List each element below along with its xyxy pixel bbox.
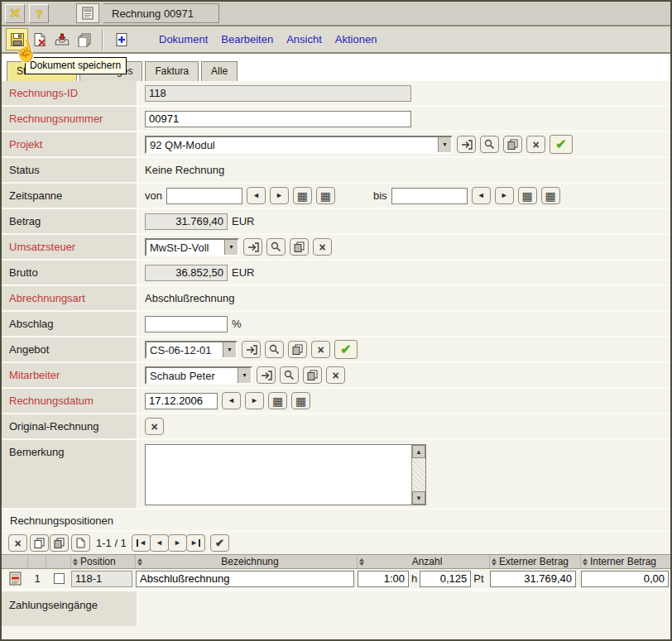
position-copy-button[interactable] — [30, 534, 49, 552]
status-value: Keine Rechnung — [145, 164, 224, 176]
angebot-copy-button[interactable] — [288, 341, 307, 358]
row-abrechnungsart: Abrechnungsart Abschlußrechnung — [2, 286, 670, 312]
nav-last-button[interactable]: ► — [186, 534, 205, 552]
header-bezeichnung[interactable]: Bezeichnung — [136, 555, 358, 568]
angebot-search-button[interactable] — [265, 341, 284, 358]
umsatzsteuer-select[interactable]: MwSt-D-Voll ▼ — [145, 238, 239, 256]
header-interner-betrag[interactable]: Interner Betrag — [581, 555, 672, 568]
chevron-down-icon[interactable]: ▼ — [238, 368, 251, 383]
nav-first-button[interactable]: ◄ — [132, 534, 151, 552]
angebot-confirm-button[interactable]: ✔ — [334, 340, 358, 359]
projekt-search-button[interactable] — [480, 136, 499, 153]
umsatzsteuer-clear-button[interactable]: × — [313, 238, 332, 256]
von-next-button[interactable]: ► — [270, 187, 289, 204]
datum-calendar2-button[interactable]: ▦ — [291, 392, 310, 409]
chevron-down-icon[interactable]: ▼ — [438, 137, 451, 152]
sort-icon[interactable] — [73, 558, 78, 566]
mitarbeiter-clear-button[interactable]: × — [326, 366, 345, 384]
menu-ansicht[interactable]: Ansicht — [286, 33, 322, 45]
bis-next-button[interactable]: ► — [495, 187, 514, 204]
menu-bearbeiten[interactable]: Bearbeiten — [221, 33, 273, 45]
bemerkung-field[interactable] — [146, 445, 411, 505]
angebot-goto-button[interactable] — [242, 341, 261, 358]
anzahl-hours-field[interactable] — [358, 571, 409, 587]
zeitspanne-von-field[interactable] — [166, 188, 242, 204]
copy-icon — [507, 139, 518, 150]
hours-unit: h — [411, 572, 417, 585]
sort-icon[interactable] — [492, 558, 497, 566]
datum-next-button[interactable]: ► — [245, 392, 264, 409]
tab-faktura[interactable]: Faktura — [145, 61, 199, 81]
tab-alle[interactable]: Alle — [201, 61, 238, 81]
header-position[interactable]: Position — [71, 555, 136, 568]
projekt-select[interactable]: 92 QM-Modul ▼ — [145, 136, 453, 154]
row-position-cell — [71, 571, 136, 587]
chevron-down-icon[interactable]: ▼ — [223, 342, 236, 357]
positions-confirm-button[interactable]: ✔ — [210, 534, 229, 552]
checkin-button[interactable] — [50, 28, 73, 50]
rechnungsdatum-field[interactable] — [145, 393, 218, 409]
externer-betrag-field[interactable] — [490, 571, 576, 587]
chevron-down-icon[interactable]: ▼ — [224, 240, 238, 255]
close-button[interactable]: ✕ — [5, 4, 25, 23]
projekt-goto-button[interactable] — [457, 136, 476, 153]
sort-icon[interactable] — [137, 558, 142, 566]
header-externer-label: Externer Betrag — [499, 556, 569, 567]
umsatzsteuer-search-button[interactable] — [266, 238, 286, 256]
sort-icon[interactable] — [583, 558, 588, 566]
projekt-copy-button[interactable] — [503, 136, 522, 153]
nav-next-button[interactable]: ► — [168, 534, 187, 552]
zeitspanne-bis-field[interactable] — [391, 188, 468, 204]
scroll-down-icon[interactable]: ▼ — [412, 491, 425, 505]
header-externer-betrag[interactable]: Externer Betrag — [490, 555, 581, 568]
scroll-track[interactable] — [412, 458, 425, 491]
help-button[interactable]: ? — [29, 4, 49, 23]
projekt-clear-button[interactable]: × — [526, 136, 545, 153]
projekt-confirm-button[interactable]: ✔ — [550, 135, 573, 154]
von-calendar-button[interactable]: ▦ — [293, 187, 312, 204]
bis-prev-button[interactable]: ◄ — [472, 187, 491, 204]
interner-betrag-field[interactable] — [581, 571, 669, 587]
new-document-button[interactable] — [110, 28, 132, 50]
anzahl-pt-field[interactable] — [420, 571, 471, 587]
datum-prev-button[interactable]: ◄ — [222, 392, 241, 409]
von-prev-button[interactable]: ◄ — [247, 187, 266, 204]
sort-icon[interactable] — [359, 558, 364, 566]
mitarbeiter-goto-button[interactable] — [257, 366, 276, 384]
row-checkbox[interactable] — [54, 573, 65, 584]
new-document-icon — [114, 32, 129, 47]
header-anzahl[interactable]: Anzahl — [358, 555, 490, 568]
angebot-clear-button[interactable]: × — [311, 341, 330, 358]
menu-aktionen[interactable]: Aktionen — [335, 33, 377, 45]
menu-dokument[interactable]: Dokument — [159, 33, 208, 45]
projekt-value: 92 QM-Modul — [146, 137, 438, 152]
mitarbeiter-search-button[interactable] — [280, 366, 299, 384]
arrow-right-icon: ► — [190, 539, 198, 547]
mitarbeiter-copy-button[interactable] — [303, 366, 322, 384]
bezeichnung-field[interactable] — [136, 571, 354, 587]
umsatzsteuer-goto-button[interactable] — [243, 238, 262, 256]
arrow-right-icon: ► — [251, 397, 258, 404]
angebot-select[interactable]: CS-06-12-01 ▼ — [145, 341, 238, 359]
umsatzsteuer-copy-button[interactable] — [290, 238, 309, 256]
bemerkung-scrollbar[interactable]: ▲ ▼ — [411, 445, 425, 505]
datum-calendar-button[interactable]: ▦ — [268, 392, 287, 409]
abschlag-field[interactable] — [145, 316, 228, 332]
search-icon — [271, 242, 281, 252]
position-delete-button[interactable]: × — [8, 534, 27, 552]
bis-calendar-button[interactable]: ▦ — [518, 187, 537, 204]
position-paste-button[interactable] — [50, 534, 69, 552]
original-rechnung-toggle[interactable]: × — [145, 418, 164, 435]
von-calendar2-button[interactable]: ▦ — [316, 187, 335, 204]
nav-prev-button[interactable]: ◄ — [150, 534, 169, 552]
bis-calendar2-button[interactable]: ▦ — [541, 187, 560, 204]
row-position-icon[interactable] — [2, 572, 28, 586]
copy-document-button[interactable] — [73, 28, 95, 50]
rechnungsnummer-field[interactable] — [145, 111, 411, 127]
mitarbeiter-select[interactable]: Schaub Peter ▼ — [145, 366, 252, 385]
scroll-up-icon[interactable]: ▲ — [412, 445, 425, 458]
row-rechnungsdatum: Rechnungsdatum ◄ ► ▦ ▦ — [2, 389, 670, 414]
row-betrag: Betrag EUR — [2, 209, 670, 235]
rechnungs-id-field[interactable] — [145, 85, 411, 102]
position-new-button[interactable] — [71, 534, 90, 552]
